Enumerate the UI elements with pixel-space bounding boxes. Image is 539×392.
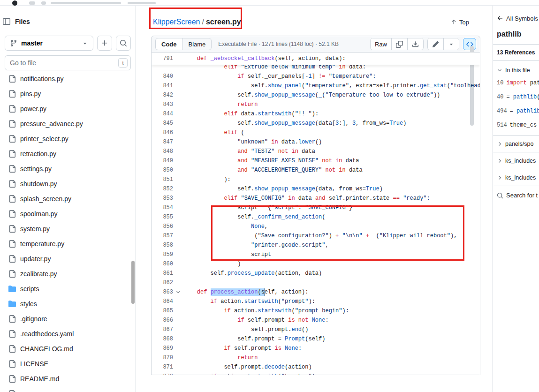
line-number[interactable]: 844 xyxy=(152,109,173,119)
file-icon xyxy=(8,105,16,113)
line-number[interactable]: 861 xyxy=(152,269,173,278)
edit-dropdown-button[interactable] xyxy=(443,38,459,50)
tab-code[interactable]: Code xyxy=(156,38,183,50)
symbol-reference[interactable]: 494= pathlib( xyxy=(493,104,539,118)
breadcrumb-repo-link[interactable]: KlipperScreen xyxy=(153,18,200,26)
file-tree-item[interactable]: styles xyxy=(0,296,136,311)
line-number[interactable]: 848 xyxy=(152,147,173,156)
in-this-file-toggle[interactable]: In this file xyxy=(493,65,539,76)
reference-line-number: 494 xyxy=(497,108,507,114)
line-number[interactable]: 791 xyxy=(152,54,173,63)
line-number[interactable]: 857 xyxy=(152,231,173,241)
file-tree-item[interactable]: notifications.py xyxy=(0,71,136,86)
file-toolbar: CodeBlame Executable File · 1271 lines (… xyxy=(151,36,480,53)
file-tree-panel: Files master xyxy=(0,6,136,392)
symbol-reference[interactable]: 514theme_cs xyxy=(493,118,539,132)
line-number[interactable]: 860 xyxy=(152,259,173,269)
line-number[interactable]: 856 xyxy=(152,222,173,231)
line-number[interactable]: 855 xyxy=(152,212,173,222)
line-number[interactable]: 846 xyxy=(152,128,173,137)
line-number[interactable]: 862 xyxy=(152,278,173,287)
symbol-reference[interactable]: 10import pat xyxy=(493,76,539,90)
line-number[interactable]: 868 xyxy=(152,334,173,344)
tab-blame[interactable]: Blame xyxy=(183,38,212,50)
line-number[interactable]: 845 xyxy=(152,119,173,128)
file-tree-item[interactable]: zcalibrate.py xyxy=(0,266,136,281)
symbol-group-label: ks_includes xyxy=(505,174,536,181)
file-tree-item[interactable]: .readthedocs.yaml xyxy=(0,326,136,341)
symbol-group[interactable]: panels/spo xyxy=(493,135,539,152)
file-tree-item[interactable]: retraction.py xyxy=(0,146,136,161)
code-text: elif ( xyxy=(183,128,244,137)
file-tree-item[interactable]: power.py xyxy=(0,101,136,116)
code-lines: 840 if self._cur_panels[-1] != "temperat… xyxy=(152,72,480,375)
file-tree-item[interactable]: LICENSE xyxy=(0,356,136,371)
main-content: KlipperScreen/screen.py Top CodeBlame Ex… xyxy=(136,6,493,392)
reference-code-fragment: = pathlib( xyxy=(510,108,539,114)
all-symbols-back-button[interactable]: All Symbols xyxy=(493,13,539,23)
file-tree-item[interactable]: README.md xyxy=(0,371,136,386)
line-number[interactable]: 840 xyxy=(152,72,173,81)
line-number[interactable]: 870 xyxy=(152,353,173,362)
code-line-869: 869 if self.prompt is None: xyxy=(152,344,480,353)
back-to-top-button[interactable]: Top xyxy=(450,19,469,26)
code-line-854: 854 script = {"script": "SAVE_CONFIG"} xyxy=(152,203,480,212)
line-number[interactable]: 864 xyxy=(152,297,173,306)
file-tree-item[interactable]: pressure_advance.py xyxy=(0,116,136,131)
fold-toggle-icon[interactable] xyxy=(173,287,183,297)
line-number[interactable]: 871 xyxy=(152,362,173,372)
symbol-group[interactable]: ks_includes xyxy=(493,169,539,186)
line-number[interactable]: 867 xyxy=(152,325,173,334)
page: Files master xyxy=(0,0,539,392)
file-tree-item[interactable]: screen.py xyxy=(0,386,136,392)
line-number[interactable]: 869 xyxy=(152,344,173,353)
line-number[interactable]: 841 xyxy=(152,81,173,90)
file-icon xyxy=(8,240,16,248)
file-tree-item[interactable]: splash_screen.py xyxy=(0,191,136,206)
copy-raw-button[interactable] xyxy=(391,38,407,50)
edit-file-button[interactable] xyxy=(428,38,443,50)
file-tree-item[interactable]: scripts xyxy=(0,281,136,296)
line-number[interactable]: 866 xyxy=(152,316,173,325)
search-this-repo-button[interactable] xyxy=(116,36,131,51)
symbols-panel-toggle-button[interactable] xyxy=(463,38,476,50)
file-tree-item[interactable]: system.py xyxy=(0,221,136,236)
line-number[interactable]: 859 xyxy=(152,250,173,259)
branch-selector[interactable]: master xyxy=(5,36,93,51)
download-raw-button[interactable] xyxy=(407,38,423,50)
file-tree-item[interactable]: .gitignore xyxy=(0,311,136,326)
line-number[interactable]: 849 xyxy=(152,156,173,166)
line-number[interactable]: 863 xyxy=(152,287,173,297)
line-number[interactable]: 852 xyxy=(152,184,173,194)
file-tree-item[interactable]: pins.py xyxy=(0,86,136,101)
file-tree-item[interactable]: updater.py xyxy=(0,251,136,266)
line-number[interactable]: 854 xyxy=(152,203,173,212)
add-file-button[interactable] xyxy=(97,36,112,51)
symbol-group[interactable]: ks_includes xyxy=(493,152,539,169)
search-symbol-button[interactable]: Search for t xyxy=(493,186,539,204)
file-tree-item[interactable]: CHANGELOG.md xyxy=(0,341,136,356)
line-number[interactable]: 858 xyxy=(152,241,173,250)
line-number[interactable]: 853 xyxy=(152,194,173,203)
code-line-843: 843 return xyxy=(152,100,480,109)
symbol-reference[interactable]: 40= pathlib( xyxy=(493,90,539,104)
file-tree-item[interactable]: temperature.py xyxy=(0,236,136,251)
line-number[interactable] xyxy=(152,65,173,72)
line-number[interactable]: 842 xyxy=(152,90,173,100)
line-number[interactable]: 850 xyxy=(152,166,173,175)
file-tree-item[interactable]: printer_select.py xyxy=(0,131,136,146)
line-number[interactable]: 865 xyxy=(152,306,173,316)
line-number[interactable]: 843 xyxy=(152,100,173,109)
code-text: def process_action(self, action): xyxy=(183,287,308,297)
line-number[interactable]: 872 xyxy=(152,372,173,375)
file-tree-item[interactable]: spoolman.py xyxy=(0,206,136,221)
file-tree-item[interactable]: settings.py xyxy=(0,161,136,176)
collapse-sidebar-icon[interactable] xyxy=(3,18,10,25)
line-number[interactable]: 847 xyxy=(152,137,173,147)
file-tree-scrollbar[interactable] xyxy=(131,261,135,304)
raw-button[interactable]: Raw xyxy=(371,38,391,50)
go-to-file-input[interactable] xyxy=(5,55,131,70)
file-tree-item[interactable]: shutdown.py xyxy=(0,176,136,191)
code-text: self.prompt.decode(action) xyxy=(183,362,312,372)
line-number[interactable]: 851 xyxy=(152,175,173,184)
